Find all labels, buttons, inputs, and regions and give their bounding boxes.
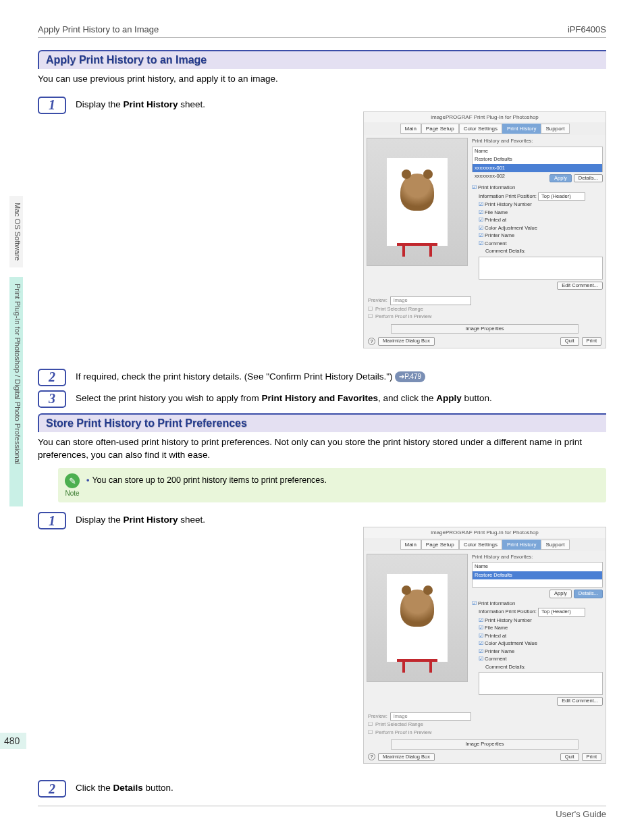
- section-title: Store Print History to Print Preferences: [46, 417, 599, 429]
- preview-select[interactable]: Image: [390, 296, 471, 305]
- step-1-text: Display the Print History sheet. imagePR…: [76, 97, 606, 361]
- chk-printer-name[interactable]: Printer Name: [479, 648, 603, 656]
- preview-label: Preview:: [368, 297, 387, 305]
- step-number-3: 3: [38, 390, 66, 408]
- note-text: •You can store up to 200 print history i…: [86, 473, 327, 485]
- preview-select[interactable]: Image: [390, 712, 471, 721]
- step-number-2: 2: [38, 369, 66, 386]
- comment-textarea[interactable]: [479, 257, 603, 280]
- screenshot-print-history-1: imagePROGRAF Print Plug-In for Photoshop…: [363, 111, 606, 348]
- print-button[interactable]: Print: [582, 753, 601, 762]
- perform-proof[interactable]: ☐ Perform Proof in Preview: [368, 729, 601, 737]
- list-item[interactable]: Restore Defaults: [473, 155, 602, 164]
- tab-support[interactable]: Support: [541, 540, 569, 550]
- maximize-dialog-button[interactable]: Maximize Dialog Box: [378, 337, 435, 346]
- edit-comment-button[interactable]: Edit Comment...: [557, 697, 603, 706]
- step-3-text: Select the print history you wish to app…: [76, 390, 606, 405]
- note-icon: ✎: [65, 473, 80, 488]
- tab-color-settings[interactable]: Color Settings: [459, 124, 502, 134]
- tab-main[interactable]: Main: [400, 124, 421, 134]
- section-title: Apply Print History to an Image: [46, 54, 599, 66]
- comment-details-label: Comment Details:: [479, 248, 603, 255]
- chk-print-info[interactable]: Print Information: [472, 184, 603, 192]
- step-2b-text: Click the Details button.: [76, 780, 606, 795]
- tab-print-history[interactable]: Print History: [502, 124, 541, 134]
- page-header: Apply Print History to an Image iPF6400S: [38, 24, 606, 38]
- tab-page-setup[interactable]: Page Setup: [421, 540, 459, 550]
- perform-proof[interactable]: ☐ Perform Proof in Preview: [368, 313, 601, 321]
- edit-comment-button[interactable]: Edit Comment...: [557, 282, 603, 290]
- tab-color-settings[interactable]: Color Settings: [459, 540, 502, 550]
- chk-printed-at[interactable]: Printed at: [479, 633, 603, 640]
- list-header: Name: [473, 563, 602, 571]
- page-content: Apply Print History to an Image iPF6400S…: [0, 0, 644, 834]
- preview-label: Preview:: [368, 713, 387, 721]
- page-reference-link[interactable]: ➔P.479: [395, 371, 425, 382]
- chair-icon: [397, 212, 437, 246]
- section-heading-store: Store Print History to Print Preferences: [38, 413, 606, 432]
- chk-comment[interactable]: Comment: [479, 656, 603, 663]
- quit-button[interactable]: Quit: [560, 753, 579, 762]
- note-label: Note: [65, 490, 79, 497]
- step-1b-text: Display the Print History sheet. imagePR…: [76, 512, 606, 776]
- chk-color-adjust[interactable]: Color Adjustment Value: [479, 225, 603, 232]
- chk-history-number[interactable]: Print History Number: [479, 201, 603, 209]
- header-model: iPF6400S: [568, 24, 606, 34]
- teddy-bear-icon: [400, 174, 434, 211]
- print-button[interactable]: Print: [582, 337, 601, 346]
- section-heading-apply: Apply Print History to an Image: [38, 50, 606, 69]
- tab-print-history[interactable]: Print History: [502, 540, 541, 550]
- favorites-label: Print History and Favorites:: [472, 554, 603, 561]
- page-footer: User's Guide: [38, 806, 606, 819]
- preview-pane: [367, 138, 468, 266]
- preview-pane: [367, 554, 468, 682]
- history-list[interactable]: Name Restore Defaults xxxxxxxx-001 xxxxx…: [472, 147, 603, 172]
- help-icon[interactable]: ?: [368, 753, 375, 760]
- chk-print-info[interactable]: Print Information: [472, 600, 603, 608]
- teddy-bear-icon: [400, 590, 434, 627]
- info-position-select[interactable]: Top (Header): [538, 192, 585, 201]
- step-2-text: If required, check the print history det…: [76, 369, 606, 384]
- chk-color-adjust[interactable]: Color Adjustment Value: [479, 640, 603, 648]
- chk-file-name[interactable]: File Name: [479, 209, 603, 217]
- step-number-1: 1: [38, 97, 66, 114]
- shot-window-title: imagePROGRAF Print Plug-In for Photoshop: [364, 112, 606, 122]
- image-properties-button[interactable]: Image Properties: [391, 324, 579, 334]
- list-item[interactable]: xxxxxxxx-001: [473, 164, 602, 173]
- tab-main[interactable]: Main: [400, 540, 421, 550]
- image-properties-button[interactable]: Image Properties: [391, 739, 579, 750]
- apply-button[interactable]: Apply: [549, 590, 572, 598]
- details-button[interactable]: Details...: [574, 590, 603, 598]
- apply-button[interactable]: Apply: [549, 174, 572, 183]
- list-item[interactable]: Restore Defaults: [473, 571, 602, 580]
- quit-button[interactable]: Quit: [560, 337, 579, 346]
- help-icon[interactable]: ?: [368, 338, 375, 345]
- comment-details-label: Comment Details:: [479, 664, 603, 671]
- chk-printer-name[interactable]: Printer Name: [479, 232, 603, 240]
- maximize-dialog-button[interactable]: Maximize Dialog Box: [378, 753, 435, 762]
- details-button[interactable]: Details...: [574, 174, 603, 183]
- chk-comment[interactable]: Comment: [479, 240, 603, 248]
- list-header: Name: [473, 147, 602, 156]
- info-position-select[interactable]: Top (Header): [538, 608, 585, 617]
- comment-textarea[interactable]: [479, 672, 603, 695]
- chk-printed-at[interactable]: Printed at: [479, 217, 603, 224]
- tab-page-setup[interactable]: Page Setup: [421, 124, 459, 134]
- shot-tabs: Main Page Setup Color Settings Print His…: [364, 122, 606, 135]
- info-position-label: Information Print Position:: [479, 193, 537, 199]
- preview-image: [387, 158, 448, 246]
- step-number-1b: 1: [38, 512, 66, 529]
- info-position-label: Information Print Position:: [479, 608, 537, 615]
- print-selected-range[interactable]: ☐ Print Selected Range: [368, 721, 601, 729]
- tab-support[interactable]: Support: [541, 124, 569, 134]
- shot-tabs: Main Page Setup Color Settings Print His…: [364, 538, 606, 551]
- header-topic: Apply Print History to an Image: [38, 24, 159, 34]
- preview-image: [387, 574, 448, 662]
- chk-file-name[interactable]: File Name: [479, 625, 603, 632]
- screenshot-print-history-2: imagePROGRAF Print Plug-In for Photoshop…: [363, 527, 606, 764]
- print-selected-range[interactable]: ☐ Print Selected Range: [368, 306, 601, 313]
- chk-history-number[interactable]: Print History Number: [479, 617, 603, 625]
- favorites-label: Print History and Favorites:: [472, 138, 603, 145]
- note-box: ✎ Note •You can store up to 200 print hi…: [58, 468, 606, 502]
- history-list[interactable]: Name Restore Defaults: [472, 562, 603, 588]
